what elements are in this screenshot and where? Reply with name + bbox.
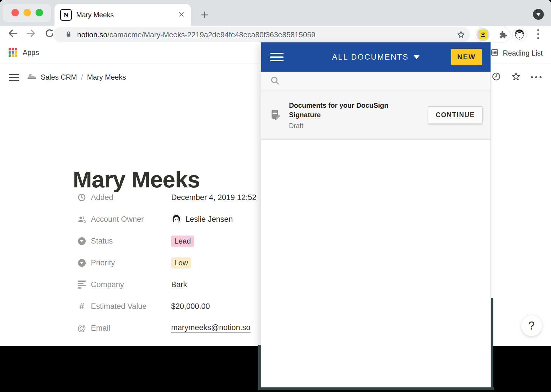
tab-close-icon[interactable]	[178, 11, 185, 19]
property-label: Estimated Value	[91, 302, 147, 311]
reading-list-icon	[490, 48, 499, 58]
continue-button[interactable]: CONTINUE	[428, 106, 482, 124]
chevron-down-icon	[413, 55, 420, 59]
notion-page-controls	[491, 72, 542, 82]
person-name: Leslie Jensen	[185, 215, 233, 224]
apps-shortcut[interactable]: Apps	[9, 48, 39, 57]
document-list-item[interactable]: Documents for your DocuSign Signature Dr…	[261, 91, 491, 140]
document-search-bar[interactable]	[261, 72, 491, 91]
property-list: Added December 4, 2019 12:52 Account Own…	[73, 187, 256, 339]
docusign-popup: ALL DOCUMENTS NEW Documents for your Doc…	[261, 42, 491, 387]
url-host: notion.so	[77, 30, 108, 39]
tab-title: Mary Meeks	[76, 11, 178, 19]
select-icon	[77, 258, 87, 268]
popup-frame-bottom	[258, 387, 494, 390]
tab-search-button[interactable]	[533, 9, 544, 20]
document-status: Draft	[289, 122, 398, 130]
property-row-email[interactable]: @ Email marymeeks@notion.so	[73, 317, 256, 339]
new-document-button[interactable]: NEW	[451, 49, 482, 65]
company-value[interactable]: Bark	[171, 280, 187, 289]
lock-icon	[65, 30, 73, 39]
people-icon	[77, 214, 87, 224]
property-label: Account Owner	[91, 215, 144, 224]
property-value-date[interactable]: December 4, 2019 12:52	[171, 193, 256, 202]
property-label: Priority	[91, 258, 115, 267]
menu-icon[interactable]	[270, 53, 284, 61]
sneaker-icon	[27, 72, 37, 82]
address-bar[interactable]: notion.so/camacme/Mary-Meeks-2219a2de94f…	[53, 27, 470, 42]
estimated-value[interactable]: $20,000.00	[171, 302, 210, 311]
person-avatar	[171, 214, 181, 224]
breadcrumb-page[interactable]: Mary Meeks	[87, 73, 126, 81]
browser-menu-icon[interactable]	[537, 29, 539, 39]
property-row-estimated-value[interactable]: # Estimated Value $20,000.00	[73, 295, 256, 317]
align-left-icon	[77, 280, 87, 289]
bookmark-star-icon[interactable]	[456, 30, 466, 40]
status-tag[interactable]: Lead	[171, 236, 194, 247]
apps-label: Apps	[23, 48, 39, 57]
tab-strip: N Mary Meeks	[0, 0, 551, 26]
property-row-priority[interactable]: Priority Low	[73, 252, 256, 274]
property-value-person[interactable]: Leslie Jensen	[171, 214, 233, 224]
download-icon	[478, 30, 488, 39]
property-row-added[interactable]: Added December 4, 2019 12:52	[73, 187, 256, 208]
notion-favicon: N	[60, 9, 72, 21]
select-icon	[77, 236, 87, 246]
url-text: notion.so/camacme/Mary-Meeks-2219a2de94f…	[77, 30, 315, 39]
docusign-extension-button[interactable]	[476, 28, 490, 41]
traffic-light-minimize-button[interactable]	[24, 9, 31, 16]
apps-grid-icon	[9, 48, 17, 57]
property-label: Added	[91, 193, 113, 202]
favorite-star-icon[interactable]	[511, 71, 521, 83]
chevron-down-icon	[536, 13, 541, 16]
hash-icon: #	[77, 301, 87, 311]
docusign-header: ALL DOCUMENTS NEW	[261, 42, 491, 72]
url-path: /camacme/Mary-Meeks-2219a2de94fe48eca80f…	[108, 30, 316, 39]
extensions-puzzle-icon[interactable]	[498, 30, 507, 41]
profile-avatar[interactable]	[512, 28, 527, 42]
property-row-status[interactable]: Status Lead	[73, 230, 256, 252]
new-tab-button[interactable]	[200, 10, 210, 20]
breadcrumb: Sales CRM / Mary Meeks	[27, 70, 126, 84]
sidebar-menu-icon[interactable]	[9, 74, 19, 81]
more-options-icon[interactable]	[531, 76, 542, 78]
browser-tab[interactable]: N Mary Meeks	[54, 4, 191, 26]
property-label: Status	[91, 237, 113, 246]
reading-list-button[interactable]: Reading List	[490, 48, 543, 58]
property-label: Email	[91, 324, 110, 333]
document-info: Documents for your DocuSign Signature Dr…	[289, 101, 398, 130]
clock-icon	[77, 193, 87, 202]
document-title: Documents for your DocuSign Signature	[289, 101, 398, 119]
traffic-light-close-button[interactable]	[11, 9, 19, 16]
search-icon	[270, 75, 280, 87]
updates-clock-icon[interactable]	[491, 72, 501, 83]
document-draft-icon	[270, 109, 281, 121]
popup-frame-right	[491, 298, 493, 390]
forward-icon[interactable]	[25, 28, 37, 39]
extensions-area	[475, 27, 510, 42]
at-icon: @	[77, 323, 87, 333]
priority-tag[interactable]: Low	[171, 257, 191, 268]
documents-filter-label: ALL DOCUMENTS	[332, 53, 409, 62]
browser-toolbar: notion.so/camacme/Mary-Meeks-2219a2de94f…	[0, 26, 551, 44]
popup-frame-left	[258, 345, 261, 390]
help-button[interactable]: ?	[521, 315, 542, 336]
property-label: Company	[91, 280, 124, 289]
breadcrumb-workspace[interactable]: Sales CRM	[41, 73, 77, 81]
screen: N Mary Meeks	[0, 0, 551, 392]
property-row-account-owner[interactable]: Account Owner Leslie Jensen	[73, 208, 256, 230]
traffic-light-zoom-button[interactable]	[36, 9, 43, 16]
reading-list-label: Reading List	[503, 49, 543, 57]
email-link[interactable]: marymeeks@notion.so	[171, 323, 251, 333]
breadcrumb-separator: /	[81, 73, 83, 81]
property-row-company[interactable]: Company Bark	[73, 274, 256, 295]
back-icon[interactable]	[7, 28, 18, 39]
